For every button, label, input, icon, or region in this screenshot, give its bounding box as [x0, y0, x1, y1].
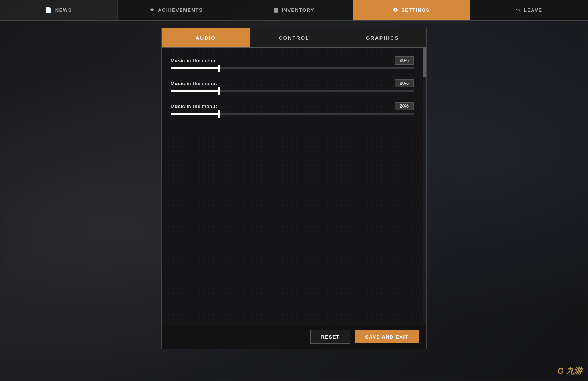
nav-item-achievements[interactable]: ★ ACHIEVEMENTS: [118, 0, 235, 20]
settings-icon: ⚙: [393, 7, 399, 13]
tab-audio[interactable]: AUDIO: [162, 28, 250, 47]
tab-control-label: CONTROL: [279, 35, 309, 41]
slider-row-1: Music in the menu: 20%: [171, 56, 414, 69]
slider-row-2: Music in the menu: 20%: [171, 79, 414, 92]
tab-control[interactable]: CONTROL: [250, 28, 339, 47]
main-container: 📄 NEWS ★ ACHIEVEMENTS ▦ INVENTORY ⚙ SETT…: [0, 0, 588, 381]
scrollbar-track[interactable]: [423, 48, 426, 325]
nav-item-news[interactable]: 📄 NEWS: [0, 0, 118, 20]
slider-label-2: Music in the menu:: [171, 81, 217, 86]
nav-item-inventory[interactable]: ▦ INVENTORY: [235, 0, 353, 20]
settings-panel: AUDIO CONTROL GRAPHICS Music in the menu…: [161, 28, 427, 349]
slider-value-2: 20%: [395, 79, 414, 87]
slider-fill-2: [171, 90, 219, 92]
achievements-icon: ★: [150, 7, 155, 13]
slider-fill-3: [171, 113, 219, 115]
scrollbar-thumb[interactable]: [423, 48, 426, 77]
sub-tabs: AUDIO CONTROL GRAPHICS: [162, 28, 426, 48]
tab-audio-label: AUDIO: [196, 35, 216, 41]
nav-item-settings[interactable]: ⚙ SETTINGS: [353, 0, 470, 20]
slider-value-3: 20%: [395, 102, 414, 110]
slider-thumb-2[interactable]: [218, 87, 220, 95]
slider-thumb-1[interactable]: [218, 65, 220, 72]
slider-row-3: Music in the menu: 20%: [171, 102, 414, 115]
news-icon: 📄: [45, 7, 52, 13]
content-area: Music in the menu: 20% Music in the menu…: [162, 48, 426, 325]
nav-label-news: NEWS: [55, 7, 72, 13]
top-nav: 📄 NEWS ★ ACHIEVEMENTS ▦ INVENTORY ⚙ SETT…: [0, 0, 588, 21]
slider-track-1[interactable]: [171, 67, 414, 69]
slider-thumb-3[interactable]: [218, 110, 220, 118]
nav-label-settings: SETTINGS: [401, 7, 430, 13]
reset-button[interactable]: RESET: [310, 330, 350, 344]
slider-label-row-3: Music in the menu: 20%: [171, 102, 414, 110]
slider-fill-1: [171, 67, 219, 69]
slider-label-3: Music in the menu:: [171, 104, 217, 109]
tab-graphics-label: GRAPHICS: [366, 35, 399, 41]
watermark: G 九游: [557, 366, 582, 377]
save-exit-button[interactable]: SAVE AND EXIT: [355, 330, 419, 343]
slider-track-2[interactable]: [171, 90, 414, 92]
bottom-bar: RESET SAVE AND EXIT: [162, 325, 426, 349]
slider-label-row-2: Music in the menu: 20%: [171, 79, 414, 87]
tab-graphics[interactable]: GRAPHICS: [338, 28, 426, 47]
nav-label-inventory: INVENTORY: [281, 7, 314, 13]
settings-inner: Music in the menu: 20% Music in the menu…: [162, 48, 423, 155]
leave-icon: ↪: [516, 7, 521, 13]
slider-label-row-1: Music in the menu: 20%: [171, 56, 414, 65]
slider-label-1: Music in the menu:: [171, 58, 217, 63]
inventory-icon: ▦: [273, 7, 279, 13]
settings-scroll-area[interactable]: Music in the menu: 20% Music in the menu…: [162, 48, 423, 325]
slider-track-3[interactable]: [171, 113, 414, 115]
nav-label-leave: LEAVE: [524, 7, 542, 13]
nav-item-leave[interactable]: ↪ LEAVE: [470, 0, 588, 20]
nav-label-achievements: ACHIEVEMENTS: [158, 7, 203, 13]
slider-value-1: 20%: [395, 56, 414, 65]
